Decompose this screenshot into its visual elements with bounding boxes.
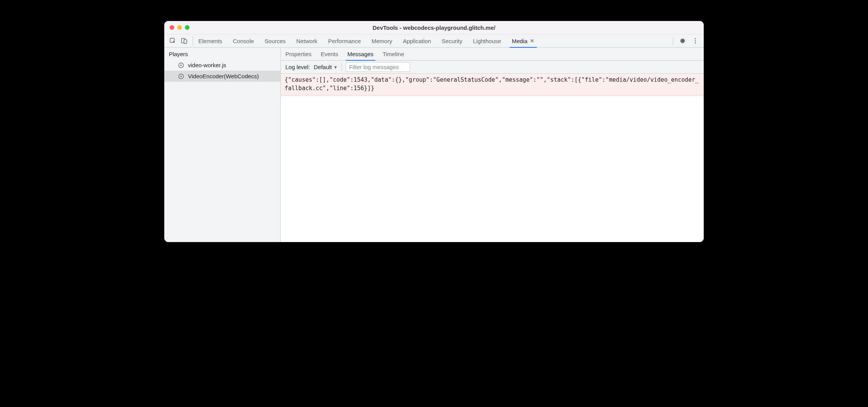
close-window-button[interactable]: [170, 25, 174, 30]
sidebar-header: Players: [164, 48, 280, 60]
more-icon[interactable]: [691, 37, 699, 45]
svg-point-3: [695, 38, 696, 39]
tab-elements[interactable]: Elements: [198, 34, 222, 47]
settings-icon[interactable]: [679, 37, 686, 45]
player-item-1[interactable]: VideoEncoder(WebCodecs): [164, 71, 280, 82]
device-toolbar-icon[interactable]: [180, 37, 188, 45]
svg-point-4: [695, 40, 696, 42]
log-level-label: Log level:: [285, 64, 310, 70]
close-icon[interactable]: ✕: [530, 38, 534, 44]
panel-body: Players video-worker.js VideoEncoder(Web…: [164, 48, 704, 242]
window-controls: [170, 25, 189, 30]
tab-lighthouse[interactable]: Lighthouse: [473, 34, 501, 47]
sub-tab-properties[interactable]: Properties: [285, 48, 311, 60]
tab-sources[interactable]: Sources: [265, 34, 286, 47]
zoom-window-button[interactable]: [185, 25, 189, 30]
main-pane: Properties Events Messages Timeline Log …: [281, 48, 704, 242]
panel-tabs: Elements Console Sources Network Perform…: [164, 34, 704, 48]
svg-point-5: [695, 42, 696, 44]
inspect-icon[interactable]: [169, 37, 177, 45]
log-level-select[interactable]: Default ▼: [314, 63, 342, 71]
sub-tab-messages[interactable]: Messages: [347, 48, 373, 60]
toolbar-right: [673, 36, 699, 45]
tab-media[interactable]: Media ✕: [512, 34, 534, 47]
player-label: VideoEncoder(WebCodecs): [188, 73, 259, 79]
devtools-window: DevTools - webcodecs-playground.glitch.m…: [164, 21, 704, 242]
media-sub-tabs: Properties Events Messages Timeline: [281, 48, 704, 61]
tab-application[interactable]: Application: [403, 34, 431, 47]
player-label: video-worker.js: [188, 62, 226, 68]
tab-memory[interactable]: Memory: [372, 34, 392, 47]
svg-rect-2: [184, 40, 187, 44]
play-icon: [178, 73, 184, 79]
toolbar-left: [169, 36, 193, 45]
sub-tab-timeline[interactable]: Timeline: [383, 48, 404, 60]
sub-tab-events[interactable]: Events: [321, 48, 338, 60]
message-row[interactable]: {"causes":[],"code":1543,"data":{},"grou…: [281, 74, 704, 95]
tab-performance[interactable]: Performance: [328, 34, 361, 47]
filter-bar: Log level: Default ▼: [281, 61, 704, 74]
log-level-value: Default: [314, 64, 332, 70]
messages-list: {"causes":[],"code":1543,"data":{},"grou…: [281, 74, 704, 242]
filter-input[interactable]: [346, 62, 410, 72]
main-tabs: Elements Console Sources Network Perform…: [198, 34, 534, 47]
chevron-down-icon: ▼: [334, 65, 338, 69]
players-sidebar: Players video-worker.js VideoEncoder(Web…: [164, 48, 281, 242]
tab-network[interactable]: Network: [296, 34, 317, 47]
tab-console[interactable]: Console: [233, 34, 254, 47]
minimize-window-button[interactable]: [177, 25, 182, 30]
tab-security[interactable]: Security: [442, 34, 462, 47]
play-icon: [178, 62, 184, 68]
window-title: DevTools - webcodecs-playground.glitch.m…: [164, 24, 704, 31]
player-item-0[interactable]: video-worker.js: [164, 60, 280, 71]
titlebar: DevTools - webcodecs-playground.glitch.m…: [164, 21, 704, 34]
